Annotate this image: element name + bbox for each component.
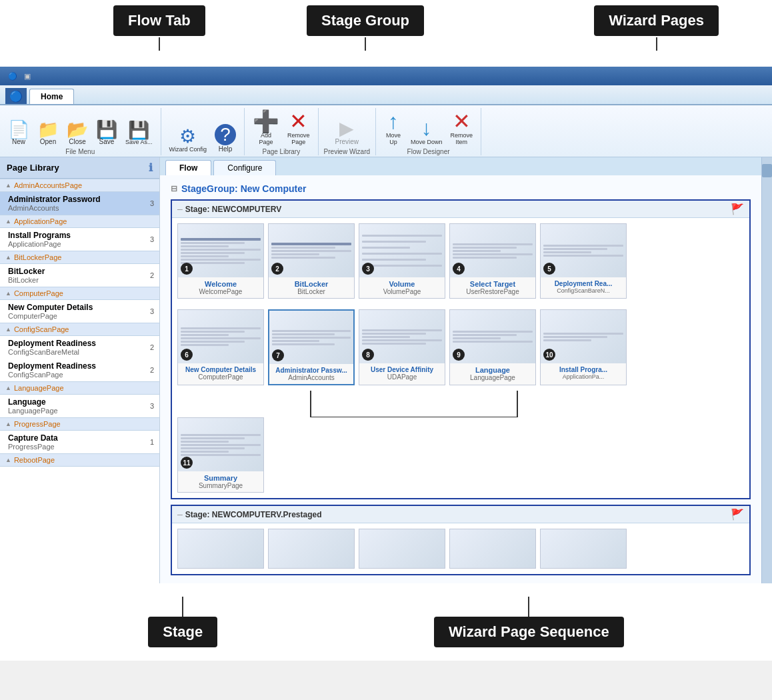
move-down-button[interactable]: ↓ Move Down: [408, 116, 445, 147]
lib-category-progress[interactable]: ▲ ProgressPage: [0, 417, 159, 431]
lib-category-bitlocker[interactable]: ▲ BitLockerPage: [0, 251, 159, 264]
lib-item[interactable]: Install Programs ApplicationPage 3: [0, 228, 159, 251]
bottom-annotations: Stage Wizard Page Sequence: [0, 583, 772, 661]
quick-access-icon[interactable]: 🔵: [5, 72, 20, 81]
open-button[interactable]: 📁 Open: [35, 119, 61, 147]
page-num: 1: [181, 263, 193, 275]
pages-row-1: 1 Welcome WelcomePage: [172, 218, 749, 304]
stage-group-annotation: Stage Group: [307, 5, 424, 36]
lib-category-computer[interactable]: ▲ ComputerPage: [0, 287, 159, 300]
file-menu-group: 📄 New 📁 Open 📂 Close 💾 Save 💾 Sav: [0, 108, 161, 155]
wizard-page-7[interactable]: 7 Administrator Passw... AdminAccounts: [268, 309, 355, 385]
stagegroup-header: ⊟ StageGroup: New Computer: [165, 181, 756, 197]
preview-button[interactable]: ▶ Preview: [333, 118, 362, 147]
app-button[interactable]: 🔵: [5, 88, 27, 104]
page-num: 10: [543, 349, 555, 361]
lib-item[interactable]: Administrator Password AdminAccounts 3: [0, 192, 159, 215]
page-num: 4: [453, 263, 465, 275]
wizard-page-11[interactable]: 11 Summary SummaryPage: [177, 417, 264, 493]
wizard-config-group: ⚙ Wizard Config ? Help: [161, 108, 245, 155]
wizard-page-sequence-annotation: Wizard Page Sequence: [434, 617, 624, 647]
page-library-label: Page Library: [262, 148, 300, 155]
app-icon: ▣: [24, 72, 31, 81]
lib-category-app[interactable]: ▲ ApplicationPage: [0, 215, 159, 228]
new-button[interactable]: 📄 New: [5, 119, 32, 147]
add-page-button[interactable]: ➕ AddPage: [250, 109, 282, 147]
stage-flag: 🚩: [731, 203, 744, 215]
wizard-page-9[interactable]: 9 Language LanguagePage: [449, 309, 536, 385]
preview-wizard-label: Preview Wizard: [324, 148, 370, 155]
home-tab[interactable]: Home: [29, 89, 74, 104]
collapse-button[interactable]: ⊟: [171, 184, 177, 193]
lib-category-configscan[interactable]: ▲ ConfigScanPage: [0, 323, 159, 336]
stage-2-header: ─ Stage: NEWCOMPUTERV.Prestaged 🚩: [172, 506, 749, 523]
save-button[interactable]: 💾 Save: [93, 119, 120, 147]
lib-item[interactable]: New Computer Details ComputerPage 3: [0, 300, 159, 323]
wizard-page-6[interactable]: 6 New Computer Details ComputerPage: [177, 309, 264, 385]
lib-item[interactable]: Deployment Readiness ConfigScanBareMetal…: [0, 336, 159, 359]
file-menu-label: File Menu: [65, 148, 95, 155]
wizard-config-button[interactable]: ⚙ Wizard Config: [167, 126, 210, 154]
stage2-page-thumb[interactable]: [268, 529, 355, 569]
wizard-page-10[interactable]: 10 Install Progra... ApplicationPa...: [540, 309, 627, 385]
help-button[interactable]: ? Help: [212, 123, 239, 154]
stage-annotation: Stage: [148, 617, 217, 647]
configure-tab[interactable]: Configure: [213, 160, 276, 175]
lib-category-admin[interactable]: ▲ AdminAccountsPage: [0, 179, 159, 192]
page-library-title: Page Library: [7, 163, 59, 173]
stage2-page-thumb[interactable]: [449, 529, 536, 569]
wizard-page-3[interactable]: 3 Volume VolumePage: [359, 223, 445, 299]
lib-item[interactable]: BitLocker BitLocker 2: [0, 264, 159, 287]
lib-item[interactable]: Deployment Readiness ConfigScanPage 2: [0, 359, 159, 381]
page-num: 3: [362, 263, 374, 275]
stage2-page-thumb[interactable]: [177, 529, 264, 569]
page-num: 2: [271, 263, 283, 275]
page-num: 7: [272, 349, 284, 361]
stagegroup-title: StageGroup: New Computer: [181, 183, 306, 194]
close-button[interactable]: 📂 Close: [64, 119, 91, 147]
wizard-pages-annotation: Wizard Pages: [594, 5, 719, 36]
wizard-page-1[interactable]: 1 Welcome WelcomePage: [177, 223, 264, 299]
flow-configure-tabs: Flow Configure: [160, 157, 761, 175]
remove-page-button[interactable]: ✕ RemovePage: [285, 109, 313, 147]
stage2-page-thumb[interactable]: [359, 529, 445, 569]
scrollbar[interactable]: [761, 157, 772, 583]
wizard-page-5[interactable]: 5 Deployment Rea... ConfigScanBareN...: [540, 223, 627, 299]
page-num: 6: [181, 349, 193, 361]
stage-1-header: ─ Stage: NEWCOMPUTERV 🚩: [172, 201, 749, 218]
page-num: 8: [362, 349, 374, 361]
page-library-group: ➕ AddPage ✕ RemovePage Page Library: [245, 108, 319, 155]
page-num: 11: [181, 457, 193, 469]
wizard-page-4[interactable]: 4 Select Target UserRestorePage: [449, 223, 536, 299]
ribbon: 🔵 ▣ 🔵 Home 📄 New 📁 Open 📂 Close: [0, 67, 772, 157]
remove-item-button[interactable]: ✕ RemoveItem: [448, 109, 476, 147]
content-area: ⊟ StageGroup: New Computer ─ Stage: NEWC…: [160, 175, 761, 583]
lib-category-reboot[interactable]: ▲ RebootPage: [0, 453, 159, 467]
info-icon[interactable]: ℹ: [149, 161, 153, 174]
preview-wizard-group: ▶ Preview Preview Wizard: [319, 108, 376, 155]
stage2-page-thumb[interactable]: [540, 529, 627, 569]
page-library-panel: Page Library ℹ ▲ AdminAccountsPage Admin…: [0, 157, 160, 583]
move-up-button[interactable]: ↑ MoveUp: [381, 109, 405, 147]
stage-2-flag: 🚩: [731, 508, 744, 521]
stage-2: ─ Stage: NEWCOMPUTERV.Prestaged 🚩: [171, 505, 751, 575]
lib-item[interactable]: Capture Data ProgressPage 1: [0, 431, 159, 453]
save-as-button[interactable]: 💾 Save As...: [123, 120, 155, 147]
flow-designer-label: Flow Designer: [407, 148, 450, 155]
page-num: 9: [453, 349, 465, 361]
wizard-page-8[interactable]: 8 User Device Affinity UDAPage: [359, 309, 445, 385]
stage-1: ─ Stage: NEWCOMPUTERV 🚩: [171, 199, 751, 499]
wizard-page-2[interactable]: 2 BitLocker BitLocker: [268, 223, 355, 299]
connection-lines: [177, 391, 744, 417]
flow-designer-group: ↑ MoveUp ↓ Move Down ✕ RemoveItem Flow D…: [376, 108, 481, 155]
flow-tab[interactable]: Flow: [165, 160, 211, 175]
lib-item[interactable]: Language LanguagePage 3: [0, 395, 159, 417]
flow-tab-annotation: Flow Tab: [113, 5, 205, 36]
pages-row-2: 6 New Computer Details ComputerPage: [172, 304, 749, 391]
lib-category-language[interactable]: ▲ LanguagePage: [0, 381, 159, 395]
page-num: 5: [543, 263, 555, 275]
